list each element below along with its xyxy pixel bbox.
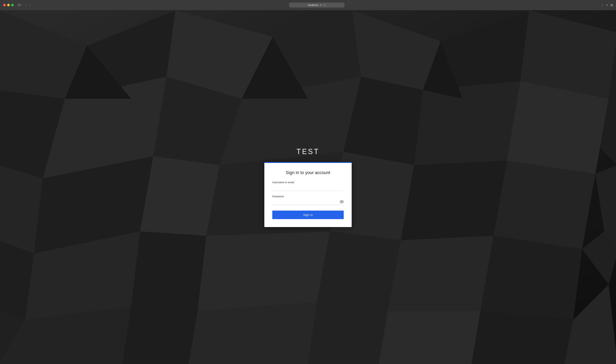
- maximize-button[interactable]: [11, 4, 14, 6]
- nav-arrows: ‹ ›: [24, 3, 32, 7]
- sidebar-toggle[interactable]: ⊡ ▾: [18, 3, 22, 7]
- username-label: Username or email: [272, 181, 344, 184]
- minimize-button[interactable]: [7, 4, 10, 6]
- tabs-icon[interactable]: ⧉: [611, 3, 613, 7]
- app-title: TEST: [296, 147, 320, 156]
- username-input[interactable]: [272, 185, 344, 191]
- share-icon[interactable]: ↑: [602, 3, 603, 7]
- login-heading: Sign in to your account: [272, 170, 344, 175]
- translate-icon: ⇄: [320, 4, 322, 7]
- browser-chrome: ⊡ ▾ ‹ › localhost ⇄ ↻ ↑ + ⧉: [0, 0, 616, 10]
- reload-icon[interactable]: ↻: [323, 4, 326, 7]
- toggle-password-icon[interactable]: [340, 200, 344, 204]
- password-input[interactable]: [272, 199, 344, 205]
- traffic-lights: [3, 4, 14, 6]
- sidebar-icon: ⊡: [18, 3, 20, 7]
- password-group: Password: [272, 195, 344, 205]
- username-group: Username or email: [272, 181, 344, 191]
- webpage: TEST Sign in to your account Username or…: [0, 10, 616, 364]
- back-button[interactable]: ‹: [24, 3, 27, 7]
- page-content: TEST Sign in to your account Username or…: [0, 10, 616, 364]
- password-wrapper: [272, 199, 344, 205]
- chevron-down-icon: ▾: [21, 4, 22, 6]
- address-bar[interactable]: localhost ⇄ ↻: [289, 3, 345, 8]
- close-button[interactable]: [3, 4, 6, 6]
- login-card: Sign in to your account Username or emai…: [264, 162, 352, 227]
- forward-button[interactable]: ›: [28, 3, 32, 7]
- svg-point-43: [341, 201, 342, 202]
- signin-button[interactable]: Sign In: [272, 211, 344, 219]
- password-label: Password: [272, 195, 344, 198]
- new-tab-icon[interactable]: +: [606, 3, 608, 7]
- url-text: localhost: [308, 4, 318, 7]
- address-bar-container: localhost ⇄ ↻: [34, 3, 599, 8]
- browser-actions: ↑ + ⧉: [602, 3, 613, 7]
